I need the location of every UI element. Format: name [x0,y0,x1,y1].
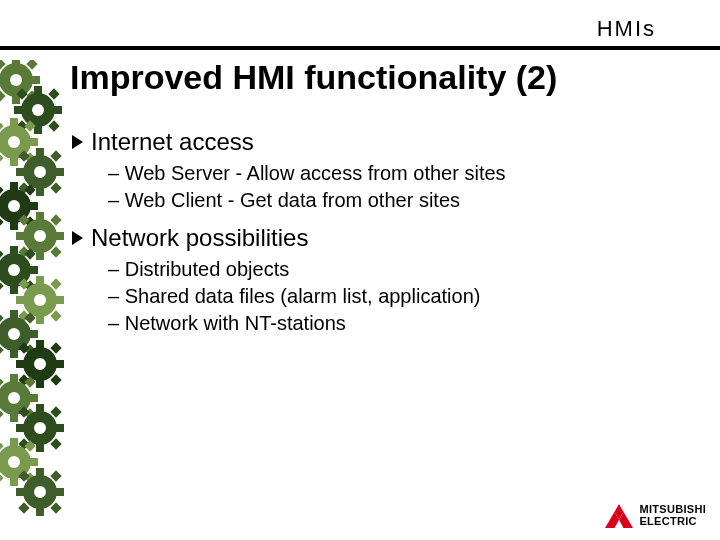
slide-title: Improved HMI functionality (2) [70,58,557,97]
bullet-level2: Distributed objects [108,256,690,283]
triangle-bullet-icon [72,135,83,149]
decorative-gear-strip [0,60,62,520]
logo-line2: ELECTRIC [639,516,706,528]
bullet-text: Internet access [91,128,254,156]
bullet-level1: Internet access [72,128,690,156]
bullet-level1: Network possibilities [72,224,690,252]
gear-strip-svg [0,60,70,520]
logo-text: MITSUBISHI ELECTRIC [639,504,706,527]
slide-content: Internet access Web Server - Allow acces… [72,118,690,337]
mitsubishi-logo: MITSUBISHI ELECTRIC [605,504,706,528]
bullet-text: Network possibilities [91,224,308,252]
bullet-level2: Web Server - Allow access from other sit… [108,160,690,187]
header-category: HMIs [597,16,656,42]
mitsubishi-diamonds-icon [605,504,633,528]
header-rule [0,46,720,50]
triangle-bullet-icon [72,231,83,245]
bullet-level2: Web Client - Get data from other sites [108,187,690,214]
bullet-level2: Shared data files (alarm list, applicati… [108,283,690,310]
bullet-level2: Network with NT-stations [108,310,690,337]
